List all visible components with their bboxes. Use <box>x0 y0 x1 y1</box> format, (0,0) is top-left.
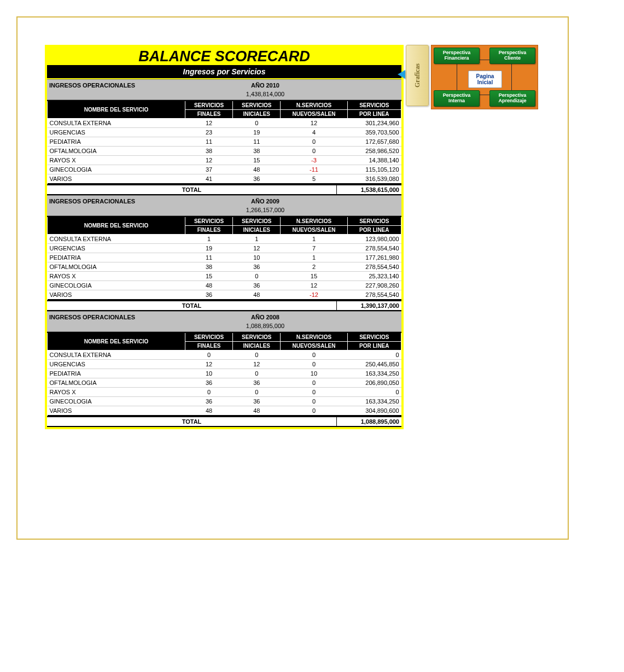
cell-iniciales: 0 <box>233 369 281 378</box>
cell-linea: 115,105,120 <box>347 165 401 174</box>
cell-linea: 301,234,960 <box>347 119 401 128</box>
table-row: URGENCIAS23194359,703,500 <box>48 128 401 137</box>
cell-iniciales: 0 <box>233 272 281 281</box>
total-row: TOTAL1,538,615,000 <box>47 184 401 195</box>
section-amount: 1,088,895,000 <box>131 323 399 329</box>
cell-iniciales: 0 <box>233 119 281 128</box>
cell-finales: 48 <box>185 406 233 416</box>
col-nuevos-top: N.SERVICIOS <box>281 217 347 226</box>
col-nombre: NOMBRE DEL SERVICIO <box>48 217 185 235</box>
col-linea-top: SERVICIOS <box>347 332 401 342</box>
total-row: TOTAL1,088,895,000 <box>47 416 401 427</box>
cell-name: PEDIATRIA <box>48 369 185 378</box>
table-row: PEDIATRIA10010163,334,250 <box>48 369 401 378</box>
table-row: CONSULTA EXTERNA12012301,234,960 <box>48 119 401 128</box>
cell-name: VARIOS <box>48 406 185 416</box>
cell-nuevos: 0 <box>281 350 347 360</box>
nav-perspectiva-cliente[interactable]: Perspectiva Cliente <box>489 48 535 64</box>
page-subtitle: Ingresos por Servicios <box>47 65 401 78</box>
nav-pagina-inicial[interactable]: Pagina Inicial <box>468 71 502 88</box>
table-row: PEDIATRIA11101177,261,980 <box>48 253 401 262</box>
cell-iniciales: 0 <box>233 388 281 397</box>
cell-name: VARIOS <box>48 290 185 300</box>
table-row: VARIOS48480304,890,600 <box>48 406 401 416</box>
col-iniciales-top: SERVICIOS <box>233 332 281 342</box>
cell-linea: 359,703,500 <box>347 128 401 137</box>
col-linea-bot: POR LINEA <box>347 342 401 350</box>
cell-finales: 41 <box>185 174 233 184</box>
table-row: URGENCIAS12120250,445,850 <box>48 360 401 369</box>
nav-perspectiva-financiera[interactable]: Perspectiva Financiera <box>434 48 480 64</box>
col-finales-top: SERVICIOS <box>185 332 233 342</box>
services-table: NOMBRE DEL SERVICIOSERVICIOSSERVICIOSN.S… <box>47 100 401 184</box>
nav-perspectiva-interna[interactable]: Perspectiva Interna <box>434 90 480 107</box>
cell-iniciales: 36 <box>233 174 281 184</box>
services-table: NOMBRE DEL SERVICIOSERVICIOSSERVICIOSN.S… <box>47 332 401 416</box>
cell-nuevos: 1 <box>281 235 347 244</box>
cell-linea: 250,445,850 <box>347 360 401 369</box>
cell-linea: 163,334,250 <box>347 397 401 406</box>
cell-name: GINECOLOGIA <box>48 165 185 174</box>
cell-nuevos: 5 <box>281 174 347 184</box>
cell-finales: 11 <box>185 137 233 147</box>
col-linea-top: SERVICIOS <box>347 101 401 110</box>
cell-name: PEDIATRIA <box>48 253 185 262</box>
col-nuevos-bot: NUEVOS/SALEN <box>281 342 347 350</box>
cell-linea: 206,890,050 <box>347 378 401 388</box>
table-row: CONSULTA EXTERNA111123,980,000 <box>48 235 401 244</box>
section-amount: 1,266,157,000 <box>131 207 399 213</box>
cell-iniciales: 0 <box>233 350 281 360</box>
cell-nuevos: 1 <box>281 253 347 262</box>
cell-name: URGENCIAS <box>48 128 185 137</box>
cell-linea: 316,539,080 <box>347 174 401 184</box>
total-row: TOTAL1,390,137,000 <box>47 300 401 311</box>
cell-finales: 11 <box>185 253 233 262</box>
col-linea-top: SERVICIOS <box>347 217 401 226</box>
cell-nuevos: 0 <box>281 388 347 397</box>
cell-name: GINECOLOGIA <box>48 397 185 406</box>
cell-linea: 0 <box>347 350 401 360</box>
cell-iniciales: 38 <box>233 147 281 156</box>
cell-nuevos: 10 <box>281 369 347 378</box>
section-year: AÑO 2009 <box>131 198 399 204</box>
table-row: URGENCIAS19127278,554,540 <box>48 244 401 253</box>
col-finales-top: SERVICIOS <box>185 101 233 110</box>
cell-iniciales: 48 <box>233 290 281 300</box>
table-row: VARIOS41365316,539,080 <box>48 174 401 184</box>
section-header: INGRESOS OPERACIONALESAÑO 20091,266,157,… <box>47 195 401 216</box>
cell-nuevos: 15 <box>281 272 347 281</box>
cell-name: RAYOS X <box>48 272 185 281</box>
section-year: AÑO 2008 <box>131 314 399 320</box>
cell-name: URGENCIAS <box>48 360 185 369</box>
cell-nuevos: 12 <box>281 119 347 128</box>
col-finales-top: SERVICIOS <box>185 217 233 226</box>
col-nombre: NOMBRE DEL SERVICIO <box>48 101 185 119</box>
table-row: GINECOLOGIA3748-11115,105,120 <box>48 165 401 174</box>
cell-iniciales: 36 <box>233 281 281 290</box>
cell-linea: 14,388,140 <box>347 156 401 165</box>
cell-iniciales: 48 <box>233 406 281 416</box>
cell-finales: 1 <box>185 235 233 244</box>
cell-finales: 38 <box>185 262 233 272</box>
cell-name: GINECOLOGIA <box>48 281 185 290</box>
total-value: 1,538,615,000 <box>336 185 401 194</box>
total-value: 1,088,895,000 <box>336 417 401 426</box>
table-row: OFTALMOLOGIA36360206,890,050 <box>48 378 401 388</box>
cell-finales: 48 <box>185 281 233 290</box>
cell-nuevos: -12 <box>281 290 347 300</box>
col-finales-bot: FINALES <box>185 342 233 350</box>
col-iniciales-top: SERVICIOS <box>233 217 281 226</box>
cell-finales: 12 <box>185 156 233 165</box>
cell-linea: 25,323,140 <box>347 272 401 281</box>
col-finales-bot: FINALES <box>185 226 233 235</box>
cell-iniciales: 36 <box>233 397 281 406</box>
nav-perspectiva-aprendizaje[interactable]: Perspectiva Aprendizaje <box>489 90 535 107</box>
table-row: CONSULTA EXTERNA0000 <box>48 350 401 360</box>
section-header: INGRESOS OPERACIONALESAÑO 20101,438,814,… <box>47 79 401 100</box>
cell-nuevos: 0 <box>281 147 347 156</box>
cell-finales: 23 <box>185 128 233 137</box>
cell-linea: 172,657,680 <box>347 137 401 147</box>
cell-nuevos: 0 <box>281 397 347 406</box>
cell-name: OFTALMOLOGIA <box>48 147 185 156</box>
graficas-button[interactable]: Graficas <box>406 45 429 106</box>
